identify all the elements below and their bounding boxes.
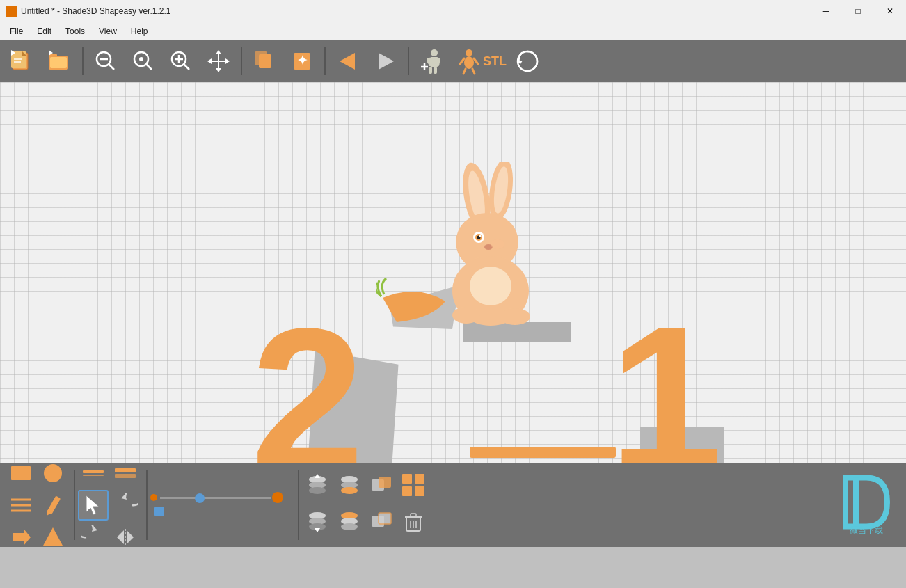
toolbar-separator-4: [408, 47, 409, 75]
next-button[interactable]: [369, 45, 402, 78]
menu-help[interactable]: Help: [124, 25, 155, 38]
svg-point-50: [466, 170, 488, 224]
menu-bar: File Edit Tools View Help: [0, 22, 906, 40]
svg-point-56: [477, 236, 481, 239]
svg-rect-7: [49, 54, 57, 58]
render-button[interactable]: [511, 45, 544, 78]
view-2d-button[interactable]: [248, 45, 281, 78]
svg-point-32: [431, 49, 438, 56]
maximize-button[interactable]: □: [842, 0, 874, 22]
menu-edit[interactable]: Edit: [30, 25, 58, 38]
size-dot-small: [150, 494, 157, 501]
svg-rect-28: [294, 53, 310, 70]
svg-point-59: [491, 239, 504, 249]
svg-marker-25: [225, 58, 230, 64]
svg-marker-24: [207, 58, 212, 64]
color-swatch-blue[interactable]: [154, 507, 164, 516]
title-bar: Untitled * - Shade3D Shapeasy ver.1.2.1 …: [0, 0, 906, 22]
logo-svg: [835, 475, 898, 530]
rotate-cw-button[interactable]: [78, 522, 109, 553]
zoom-out-button[interactable]: [89, 45, 122, 78]
stack-combine-button[interactable]: [334, 470, 365, 500]
size-slider[interactable]: [160, 497, 271, 499]
prev-button[interactable]: [331, 45, 365, 78]
mirror-h-button[interactable]: [110, 522, 141, 553]
svg-point-61: [452, 307, 480, 324]
new-file-button[interactable]: [6, 45, 39, 78]
triangle-tool-button[interactable]: [38, 522, 68, 553]
add-figure-button[interactable]: [415, 45, 448, 78]
stl-import-button[interactable]: [452, 45, 486, 78]
svg-rect-3: [14, 58, 22, 60]
svg-marker-31: [379, 53, 394, 70]
svg-marker-86: [315, 474, 320, 478]
platform: [463, 322, 571, 342]
app-icon: [6, 6, 17, 17]
menu-file[interactable]: File: [3, 25, 30, 38]
stack-combine2-button[interactable]: [334, 506, 365, 537]
sep-shapes: [74, 470, 75, 540]
logo-area: 微当下载: [835, 475, 898, 537]
svg-rect-1: [11, 51, 26, 68]
close-button[interactable]: ✕: [874, 0, 906, 22]
stack-down-button[interactable]: [302, 506, 333, 537]
number-2: 2: [251, 298, 365, 463]
stroke-thick-button[interactable]: [110, 458, 141, 488]
canvas-area[interactable]: 2 1: [0, 82, 906, 463]
svg-rect-104: [379, 513, 391, 524]
gray-shape-1: [640, 427, 724, 463]
carrot-shadow: [390, 280, 459, 329]
svg-point-65: [44, 464, 62, 482]
bool-add-button[interactable]: [366, 470, 397, 500]
svg-rect-95: [415, 486, 424, 496]
svg-marker-99: [315, 528, 320, 532]
svg-rect-64: [11, 466, 31, 480]
svg-marker-77: [86, 495, 99, 515]
edit-tools-group: [78, 458, 141, 553]
svg-rect-33: [430, 57, 438, 67]
svg-line-44: [474, 58, 478, 64]
svg-marker-2: [22, 51, 26, 56]
zoom-reset-button[interactable]: [127, 45, 160, 78]
svg-rect-36: [429, 67, 432, 74]
menu-tools[interactable]: Tools: [58, 25, 92, 38]
zoom-in-button[interactable]: [164, 45, 198, 78]
svg-marker-80: [117, 530, 124, 544]
select-tool-button[interactable]: [78, 490, 109, 521]
svg-line-45: [463, 69, 466, 74]
pan-button[interactable]: [202, 45, 235, 78]
canvas-content: 2 1: [0, 82, 906, 463]
stroke-thin-button[interactable]: [78, 458, 109, 488]
rect-tool-button[interactable]: [6, 458, 36, 488]
size-slider-thumb[interactable]: [195, 493, 205, 503]
main-toolbar: ✦: [0, 40, 906, 82]
logo-subtitle: 微当下载: [850, 525, 883, 537]
svg-point-54: [473, 232, 484, 243]
svg-marker-48: [518, 61, 523, 64]
sep-edit: [146, 470, 148, 540]
stack-up-button[interactable]: [302, 470, 333, 500]
stl-label: STL: [483, 54, 507, 69]
minimize-button[interactable]: ─: [810, 0, 842, 22]
fit-button[interactable]: ✦: [285, 45, 319, 78]
svg-point-85: [309, 487, 326, 494]
svg-point-51: [486, 162, 516, 223]
svg-rect-37: [434, 67, 437, 74]
menu-view[interactable]: View: [92, 25, 124, 38]
arrow-right-tool-button[interactable]: [6, 522, 36, 553]
svg-point-89: [341, 487, 358, 494]
lines-tool-button[interactable]: [6, 490, 36, 521]
bool-sub-button[interactable]: [366, 506, 397, 537]
svg-text:✦: ✦: [297, 54, 308, 67]
pencil-tool-button[interactable]: [38, 490, 68, 521]
open-file-button[interactable]: [43, 45, 77, 78]
svg-rect-76: [115, 474, 136, 478]
svg-point-47: [518, 51, 537, 71]
rotate-ccw-button[interactable]: [110, 490, 141, 521]
delete-button[interactable]: [398, 506, 429, 537]
svg-marker-81: [127, 530, 134, 544]
svg-point-41: [466, 49, 472, 56]
circle-tool-button[interactable]: [38, 458, 68, 488]
grid-add-button[interactable]: [398, 470, 429, 500]
toolbar-separator-2: [241, 47, 242, 75]
